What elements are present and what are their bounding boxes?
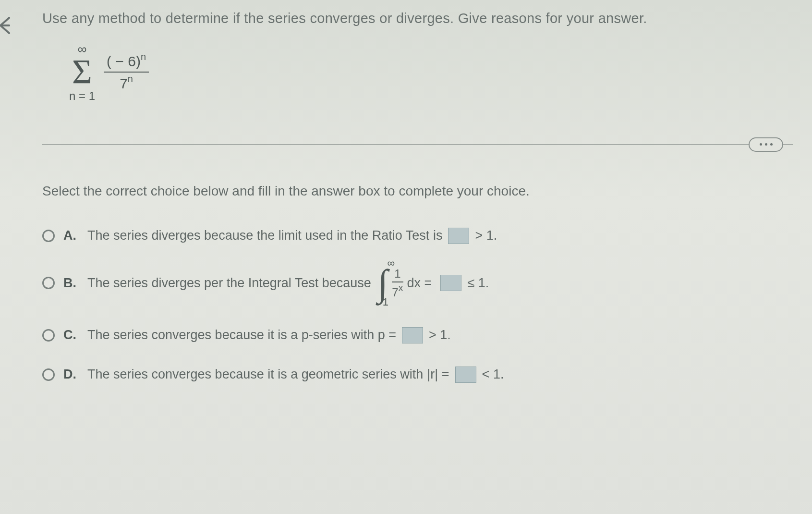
- choice-b-post: ≤ 1.: [467, 276, 489, 291]
- radio-c[interactable]: [42, 329, 55, 342]
- choice-b[interactable]: B. The series diverges per the Integral …: [42, 267, 793, 299]
- instruction-text: Select the correct choice below and fill…: [42, 184, 793, 199]
- choice-letter: D.: [63, 367, 79, 382]
- choice-d-abs: |r| =: [427, 367, 449, 382]
- choice-a-post: > 1.: [475, 228, 497, 243]
- int-frac-num: 1: [394, 267, 400, 281]
- question-prompt: Use any method to determine if the serie…: [42, 11, 793, 26]
- divider-line: [42, 144, 793, 145]
- numerator-exp: n: [141, 51, 146, 62]
- choice-a-pre: The series diverges because the limit us…: [87, 228, 442, 243]
- series-expression: ∞ Σ n = 1 ( − 6)n 7n: [69, 43, 793, 102]
- fraction-bar: [104, 72, 149, 73]
- choice-list: A. The series diverges because the limit…: [42, 228, 793, 383]
- numerator-base: ( − 6): [107, 53, 141, 69]
- choice-letter: B.: [63, 276, 79, 291]
- choice-d-post: < 1.: [482, 367, 504, 382]
- integral-expression: ∫ ∞ 1 1 7x dx =: [378, 267, 432, 299]
- int-frac-den-base: 7: [392, 286, 398, 299]
- choice-b-blank[interactable]: [440, 275, 461, 291]
- integral-upper: ∞: [388, 259, 395, 267]
- integral-lower: 1: [383, 298, 388, 306]
- more-options-button[interactable]: [749, 137, 783, 152]
- choice-c[interactable]: C. The series converges because it is a …: [42, 327, 793, 343]
- int-frac-den-exp: x: [399, 282, 403, 293]
- radio-b[interactable]: [42, 277, 55, 289]
- choice-d-pre: The series converges because it is a geo…: [87, 367, 423, 382]
- choice-c-post: > 1.: [429, 328, 451, 343]
- back-arrow-icon[interactable]: [0, 13, 18, 37]
- choice-c-blank[interactable]: [402, 327, 423, 343]
- choice-c-pre: The series converges because it is a p-s…: [87, 328, 396, 343]
- choice-b-pre: The series diverges per the Integral Tes…: [87, 276, 371, 291]
- choice-a-blank[interactable]: [448, 228, 469, 244]
- choice-letter: C.: [63, 328, 79, 343]
- denominator-exp: n: [128, 73, 133, 84]
- choice-a[interactable]: A. The series diverges because the limit…: [42, 228, 793, 244]
- radio-d[interactable]: [42, 368, 55, 381]
- choice-d[interactable]: D. The series converges because it is a …: [42, 367, 793, 383]
- choice-letter: A.: [63, 228, 79, 243]
- sigma-symbol: Σ: [72, 56, 92, 87]
- sigma-lower: n = 1: [69, 90, 95, 102]
- dx-eq: dx =: [407, 276, 432, 291]
- radio-a[interactable]: [42, 230, 55, 242]
- denominator-base: 7: [120, 75, 128, 91]
- choice-d-blank[interactable]: [455, 367, 476, 383]
